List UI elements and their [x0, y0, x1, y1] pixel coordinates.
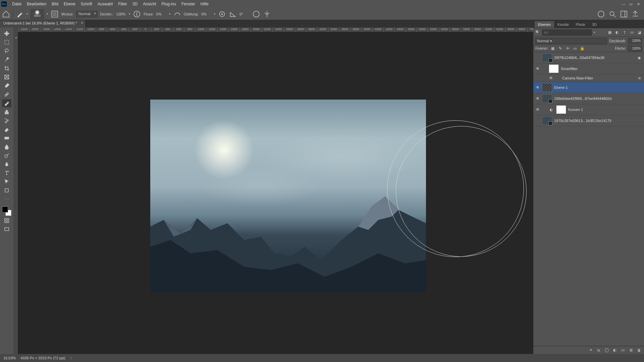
menu-fenster[interactable]: Fenster	[179, 2, 198, 6]
panel-tab-3d[interactable]: 3D	[589, 21, 600, 28]
panel-tab-kanäle[interactable]: Kanäle	[554, 21, 572, 28]
brush-tool-icon[interactable]	[16, 10, 24, 18]
layer-row[interactable]: 👁◐Kurven 1	[533, 104, 644, 115]
menu-plug-ins[interactable]: Plug-ins	[159, 2, 179, 6]
menu-bearbeiten[interactable]: Bearbeiten	[24, 2, 49, 6]
canvas-viewport[interactable]	[18, 32, 533, 354]
window-close-icon[interactable]: ✕	[636, 2, 641, 6]
menu-schrift[interactable]: Schrift	[78, 2, 95, 6]
move-tool[interactable]	[2, 29, 11, 38]
layer-thumbnail[interactable]	[549, 64, 559, 73]
layer-row[interactable]: 👁Ebene 1	[533, 82, 644, 93]
fill-input[interactable]	[628, 46, 642, 51]
layer-thumbnail[interactable]	[542, 116, 552, 125]
menu-bild[interactable]: Bild	[49, 2, 61, 6]
filter-type-icon[interactable]: T	[622, 30, 627, 35]
new-layer-icon[interactable]: ⊞	[629, 348, 633, 353]
search-icon[interactable]	[608, 10, 616, 18]
menu-hilfe[interactable]: Hilfe	[198, 2, 211, 6]
workspace-icon[interactable]	[620, 10, 628, 18]
flow-value[interactable]: 5%	[156, 12, 166, 16]
horizontal-ruler[interactable]: -2200-2000-1800-1600-1400-1200-1000-800-…	[18, 27, 533, 32]
shape-tool[interactable]	[2, 186, 11, 194]
home-icon[interactable]	[2, 10, 10, 18]
smoothing-options-icon[interactable]	[218, 10, 226, 18]
document-tab[interactable]: Unbenannt-1 bei 16,6% (Ebene 1, RGB/8#) …	[0, 20, 85, 27]
layer-thumbnail[interactable]	[542, 94, 552, 103]
eyedropper-tool[interactable]	[2, 82, 11, 90]
symmetry-icon[interactable]	[263, 10, 271, 18]
layer-name[interactable]: 199e6dee42f968...87ee94944802d	[554, 97, 642, 101]
layer-visibility-icon[interactable]: 👁	[535, 107, 540, 112]
layer-visibility-icon[interactable]: 👁	[535, 66, 540, 71]
vertical-ruler[interactable]: 0	[13, 32, 18, 354]
type-tool[interactable]	[2, 169, 11, 177]
window-minimize-icon[interactable]: —	[621, 2, 626, 6]
crop-tool[interactable]	[2, 64, 11, 72]
filter-caret-icon[interactable]: ▾	[594, 31, 595, 34]
pressure-size-icon[interactable]	[252, 10, 260, 18]
layer-filter-input[interactable]	[542, 29, 592, 36]
panel-tab-pfade[interactable]: Pfade	[572, 21, 589, 28]
opacity-value[interactable]: 100%	[116, 12, 126, 16]
history-brush-tool[interactable]	[2, 117, 11, 125]
marquee-tool[interactable]	[2, 38, 11, 46]
pen-tool[interactable]	[2, 160, 11, 168]
lock-transparent-icon[interactable]: ▦	[550, 46, 555, 51]
status-caret-icon[interactable]: 〉	[70, 356, 74, 361]
brush-preset-picker[interactable]: 3053	[31, 9, 44, 19]
layer-row[interactable]: 👁Smartfilter	[533, 63, 644, 74]
lock-artboard-icon[interactable]: ▭	[572, 46, 578, 51]
filter-adjust-icon[interactable]: ◐	[614, 30, 620, 35]
layer-row[interactable]: 👁199e6dee42f968...87ee94944802d	[533, 93, 644, 104]
menu-3d[interactable]: 3D	[130, 2, 140, 6]
more-tools-icon[interactable]: ⋯	[2, 195, 11, 203]
layer-name[interactable]: Smartfilter	[561, 67, 642, 71]
menu-datei[interactable]: Datei	[9, 2, 24, 6]
foreground-color-swatch[interactable]	[2, 206, 8, 213]
quickmask-icon[interactable]	[2, 217, 11, 225]
layer-fx-icon[interactable]: fx	[596, 348, 601, 353]
ruler-origin[interactable]	[13, 27, 18, 32]
menu-auswahl[interactable]: Auswahl	[95, 2, 115, 6]
close-tab-icon[interactable]: ×	[81, 21, 83, 25]
zoom-level[interactable]: 16,63%	[3, 356, 16, 360]
layer-name[interactable]: Camera Raw-Filter	[562, 76, 635, 80]
angle-value[interactable]: 0°	[239, 12, 250, 16]
blur-tool[interactable]	[2, 143, 11, 151]
filter-toggle-icon[interactable]: ◉	[637, 55, 642, 60]
lasso-tool[interactable]	[2, 47, 11, 55]
new-group-icon[interactable]: ▭	[621, 348, 625, 353]
color-swatches[interactable]	[2, 206, 11, 216]
layer-blend-select[interactable]: Normal ▾	[535, 38, 607, 44]
layer-name[interactable]: Ebene 1	[554, 85, 642, 89]
lock-pixels-icon[interactable]: ✎	[557, 46, 563, 51]
filter-pixel-icon[interactable]: ▦	[607, 30, 612, 35]
filter-search-icon[interactable]: 🔍	[535, 30, 540, 35]
delete-layer-icon[interactable]: 🗑	[637, 348, 641, 353]
layer-thumbnail[interactable]	[542, 83, 552, 92]
layer-visibility-icon[interactable]: 👁	[535, 96, 540, 101]
stamp-tool[interactable]	[2, 108, 11, 116]
window-restore-icon[interactable]: ▭	[629, 2, 633, 6]
brush-settings-icon[interactable]	[51, 10, 59, 18]
menu-filter[interactable]: Filter	[115, 2, 130, 6]
frame-tool[interactable]	[2, 73, 11, 81]
path-select-tool[interactable]	[2, 178, 11, 186]
smoothing-value[interactable]: 0%	[201, 12, 211, 16]
new-adjustment-icon[interactable]: ◐	[612, 348, 617, 353]
layer-opacity-input[interactable]	[628, 38, 642, 44]
filter-blend-icon[interactable]: ≋	[637, 75, 642, 81]
flow-caret-icon[interactable]: ▾	[169, 12, 170, 15]
layer-thumbnail[interactable]	[542, 53, 552, 62]
screenmode-icon[interactable]	[2, 225, 11, 233]
lock-position-icon[interactable]: ✛	[565, 46, 570, 51]
link-layers-icon[interactable]: ⚭	[588, 348, 593, 353]
document-info[interactable]: 4936 Px × 3319 Px (72 ppi)	[20, 356, 65, 360]
airbrush-icon[interactable]	[173, 10, 181, 18]
blend-mode-select[interactable]: Normal	[76, 11, 97, 17]
gradient-tool[interactable]	[2, 134, 11, 142]
layer-name[interactable]: 1970c267e03613...1b3f115e14179	[554, 119, 642, 123]
cloud-docs-icon[interactable]	[597, 10, 605, 18]
add-mask-icon[interactable]: ◯	[604, 348, 609, 353]
